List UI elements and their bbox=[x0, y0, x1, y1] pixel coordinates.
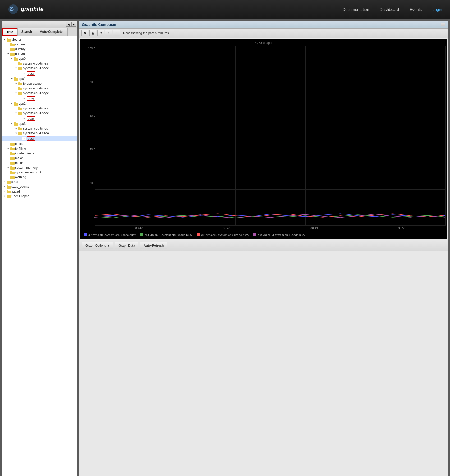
export-btn[interactable]: ⤴ bbox=[113, 30, 120, 36]
tree-item-busy-0[interactable]: ≡ busy bbox=[2, 71, 77, 76]
tree-item-carbon[interactable]: + carbon bbox=[2, 42, 77, 47]
label-metrics: Metrics bbox=[11, 38, 22, 42]
label-fp-filling: fp-filling bbox=[15, 147, 26, 150]
folder-icon-scu-1 bbox=[18, 91, 22, 95]
label-user-graphs: User Graphs bbox=[11, 194, 29, 198]
logo-icon: ⚙ bbox=[8, 4, 19, 15]
folder-icon-carbon bbox=[10, 43, 15, 46]
tree-item-warning[interactable]: + warning bbox=[2, 175, 77, 180]
svg-rect-23 bbox=[18, 92, 20, 93]
label-major: major bbox=[15, 156, 23, 160]
graph-options-button[interactable]: Graph Options ▼ bbox=[82, 242, 113, 249]
auto-refresh-button[interactable]: Auto-Refresh bbox=[140, 242, 167, 249]
tree-item-busy-1[interactable]: ≡ busy bbox=[2, 95, 77, 101]
label-stats-counts: stats_counts bbox=[11, 185, 29, 189]
svg-rect-3 bbox=[7, 38, 8, 39]
expander-stats: + bbox=[3, 180, 6, 184]
svg-rect-9 bbox=[10, 53, 12, 54]
tree-item-sct-2[interactable]: + system-cpu-times bbox=[2, 106, 77, 111]
svg-text:⚙: ⚙ bbox=[9, 6, 14, 12]
tree-item-stats[interactable]: + stats bbox=[2, 180, 77, 184]
expander-dummy: + bbox=[7, 48, 10, 51]
tree-item-statsd[interactable]: + statsd bbox=[2, 189, 77, 194]
expander-critical: + bbox=[7, 142, 10, 145]
tree-item-sct-0[interactable]: + system-cpu-times bbox=[2, 61, 77, 66]
expander-major: + bbox=[7, 157, 10, 160]
tree-item-cpu2[interactable]: ▼ cpu2 bbox=[2, 101, 77, 106]
svg-rect-13 bbox=[18, 62, 20, 63]
tree-item-dummy[interactable]: + dummy bbox=[2, 47, 77, 52]
expander-scu-2: ▼ bbox=[15, 112, 18, 115]
svg-rect-41 bbox=[10, 152, 12, 153]
label-busy-3: busy bbox=[27, 136, 35, 141]
tree-item-scu-0[interactable]: ▼ system-cpu-usage bbox=[2, 66, 77, 71]
tree-item-system-memory[interactable]: + system-memory bbox=[2, 165, 77, 170]
tabs-row: Tree Search Auto-Completer bbox=[2, 28, 77, 36]
metric-icon-busy-0: ≡ bbox=[22, 72, 26, 75]
tree-item-scu-1[interactable]: ▼ system-cpu-usage bbox=[2, 91, 77, 95]
tab-auto-completer[interactable]: Auto-Completer bbox=[36, 28, 68, 36]
svg-rect-27 bbox=[18, 107, 20, 108]
folder-icon-metrics bbox=[7, 38, 11, 42]
tree-item-cpu1[interactable]: ▼ cpu1 bbox=[2, 76, 77, 81]
svg-rect-43 bbox=[10, 157, 12, 158]
label-system-memory: system-memory bbox=[15, 166, 38, 170]
tree-item-minor[interactable]: + minor bbox=[2, 161, 77, 165]
refresh-btn[interactable]: ↻ bbox=[81, 30, 88, 36]
svg-rect-33 bbox=[18, 127, 20, 128]
tree-item-scu-2[interactable]: ▼ system-cpu-usage bbox=[2, 111, 77, 116]
folder-icon-scu-3 bbox=[18, 132, 22, 135]
panel-collapse-btn[interactable]: ◀ bbox=[66, 22, 71, 27]
tree-item-busy-3[interactable]: ≡ busy bbox=[2, 136, 77, 141]
calendar-btn[interactable]: ▦ bbox=[89, 30, 96, 36]
tree-item-cpu3[interactable]: ▼ cpu3 bbox=[2, 121, 77, 126]
tab-search[interactable]: Search bbox=[17, 28, 36, 36]
expander-statsd: + bbox=[3, 190, 6, 193]
label-scu-3: system-cpu-usage bbox=[23, 131, 49, 135]
nav-events[interactable]: Events bbox=[410, 7, 422, 12]
label-critical: critical bbox=[15, 142, 24, 146]
folder-icon-warning bbox=[10, 176, 15, 179]
tree-item-scu-3[interactable]: ▼ system-cpu-usage bbox=[2, 131, 77, 136]
expander-busy-0 bbox=[18, 72, 21, 75]
tab-tree[interactable]: Tree bbox=[2, 28, 17, 36]
nav-login[interactable]: Login bbox=[432, 7, 442, 12]
folder-icon-scu-2 bbox=[18, 112, 22, 115]
tree-item-cpu0[interactable]: ▼ cpu0 bbox=[2, 56, 77, 61]
expander-sct-3: + bbox=[15, 127, 18, 130]
tree-item-indeterminate[interactable]: + indeterminate bbox=[2, 151, 77, 156]
folder-icon-dut-vm bbox=[10, 52, 15, 56]
tree-item-fp-1[interactable]: + fp-cpu-usage bbox=[2, 81, 77, 86]
upload-btn[interactable]: ↑ bbox=[105, 30, 112, 36]
label-dut-vm: dut-vm bbox=[15, 52, 25, 56]
label-statsd: statsd bbox=[11, 190, 20, 193]
tree-item-system-user-count[interactable]: + system-user-count bbox=[2, 170, 77, 175]
svg-rect-57 bbox=[7, 190, 8, 191]
panel-expand-btn[interactable]: ▶ bbox=[71, 22, 76, 27]
clock-btn[interactable]: ⊙ bbox=[97, 30, 104, 36]
tree-item-sct-1[interactable]: + system-cpu-times bbox=[2, 86, 77, 91]
toolbar-status: Now showing the past 5 minutes bbox=[123, 31, 169, 35]
tree-item-busy-2[interactable]: ≡ busy bbox=[2, 116, 77, 121]
tree-item-stats-counts[interactable]: + stats_counts bbox=[2, 184, 77, 189]
legend-cpu2: dut-vm.cpu2.system-cpu-usage.busy bbox=[197, 233, 249, 236]
nav-dashboard[interactable]: Dashboard bbox=[380, 7, 399, 12]
nav-documentation[interactable]: Documentation bbox=[342, 7, 369, 12]
expander-stats-counts: + bbox=[3, 185, 6, 188]
tree-item-critical[interactable]: + critical bbox=[2, 141, 77, 146]
tree-item-sct-3[interactable]: + system-cpu-times bbox=[2, 126, 77, 131]
tree-item-major[interactable]: + major bbox=[2, 156, 77, 161]
label-sct-2: system-cpu-times bbox=[23, 107, 48, 110]
svg-rect-35 bbox=[18, 132, 20, 133]
tree-item-fp-filling[interactable]: + fp-filling bbox=[2, 146, 77, 151]
graph-data-button[interactable]: Graph Data bbox=[115, 242, 138, 249]
minimize-button[interactable]: — bbox=[441, 23, 445, 26]
x-label-0848: 08:48 bbox=[223, 227, 230, 230]
svg-rect-17 bbox=[14, 77, 16, 79]
tree-item-dut-vm[interactable]: ▼ dut-vm bbox=[2, 52, 77, 56]
expander-busy-3 bbox=[18, 137, 21, 140]
tree-item-metrics[interactable]: ▼ Metrics bbox=[2, 37, 77, 42]
label-cpu2: cpu2 bbox=[19, 102, 26, 106]
label-busy-1: busy bbox=[27, 96, 35, 101]
tree-item-user-graphs[interactable]: + User Graphs bbox=[2, 194, 77, 199]
